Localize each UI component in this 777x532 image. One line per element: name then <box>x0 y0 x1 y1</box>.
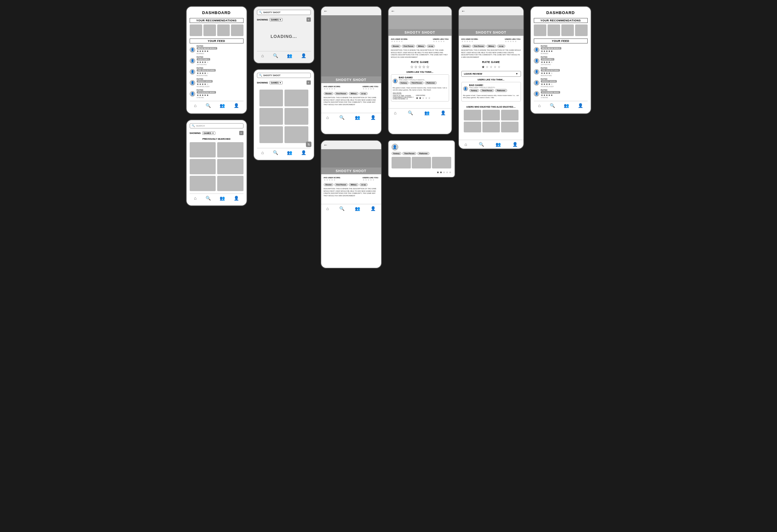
home-icon-l[interactable]: ⌂ <box>261 53 264 58</box>
prev-thumb-4[interactable] <box>217 159 243 174</box>
profile-icon-gdr[interactable]: 👤 <box>441 110 446 115</box>
rec-thumb-r4[interactable] <box>575 24 588 36</box>
game-result-4[interactable] <box>285 108 308 125</box>
friends-icon-lr[interactable]: 👥 <box>495 142 501 147</box>
tag-shooter-r[interactable]: Shooter <box>391 45 401 48</box>
tag-coop-ld[interactable]: co-op <box>359 92 368 95</box>
back-button-loading[interactable]: ← <box>321 7 381 15</box>
feed-item-r1[interactable]: 👤 RATED MEOW MEOW WORLD ★★★★★ BONNIES <box>534 45 588 54</box>
modal-game-2[interactable] <box>412 157 431 168</box>
profile-icon-gd-ld[interactable]: 👤 <box>370 115 376 120</box>
tag-coop-lr[interactable]: co-op <box>497 45 506 48</box>
back-button-lr[interactable]: ← <box>459 7 523 15</box>
rec-thumb-r3[interactable] <box>561 24 574 36</box>
prev-thumb-6[interactable] <box>217 176 243 191</box>
search-icon-gdr[interactable]: 🔍 <box>408 110 413 115</box>
review-card-lr[interactable]: 👤 BAD GAME! THIS USER TYPICALLY ENJOYS..… <box>461 82 521 102</box>
profile-icon-s1[interactable]: 👤 <box>234 196 239 201</box>
search-icon-l[interactable]: 🔍 <box>273 53 278 58</box>
feed-item-r5[interactable]: 👤 RATED ACCOUNTING WARS ★★★★★ SYMONE <box>534 89 588 99</box>
also-enjoyed-6[interactable] <box>501 122 519 132</box>
game-result-1[interactable] <box>259 90 283 106</box>
also-enjoyed-5[interactable] <box>482 122 500 132</box>
modal-game-1[interactable] <box>392 157 411 168</box>
scroll-indicator[interactable]: ⇅ <box>306 142 311 147</box>
search-icon[interactable]: 🔍 <box>206 103 211 108</box>
tag-mil-r[interactable]: Military <box>416 45 426 48</box>
friends-icon-gd-ld[interactable]: 👥 <box>355 115 360 120</box>
tag-shooter-f[interactable]: Shooter <box>324 183 334 186</box>
profile-icon-gd-f[interactable]: 👤 <box>370 206 376 211</box>
rec-thumb-3[interactable] <box>217 24 230 36</box>
showing-select-loading[interactable]: GAMES ▼ <box>269 18 283 21</box>
search-icon-2[interactable]: 🔍 <box>550 103 555 108</box>
tag-coop-f[interactable]: co-op <box>359 183 368 186</box>
search-icon-s2[interactable]: 🔍 <box>273 150 278 155</box>
tag-mil-f[interactable]: Military <box>349 183 358 186</box>
rate-star-lr-3[interactable]: ★ <box>489 65 493 69</box>
home-icon-s2[interactable]: ⌂ <box>261 150 264 155</box>
back-button-full[interactable]: ← <box>321 141 381 149</box>
friends-icon-l[interactable]: 👥 <box>287 53 292 58</box>
game-result-3[interactable] <box>259 108 283 125</box>
modal-game-3[interactable] <box>432 157 451 168</box>
also-enjoyed-1[interactable] <box>464 110 481 120</box>
home-icon-gd-ld[interactable]: ⌂ <box>326 115 329 120</box>
feed-item-2[interactable]: 👤 RATED GUNSTORM 3 ★★★★★ JAFFEDONO <box>190 56 243 65</box>
tag-coop-r[interactable]: co-op <box>427 45 435 48</box>
game-result-5[interactable] <box>259 126 283 143</box>
rec-thumb-4[interactable] <box>231 24 243 36</box>
search-icon-s1[interactable]: 🔍 <box>206 196 211 201</box>
home-icon-lr[interactable]: ⌂ <box>464 142 467 147</box>
feed-item-4[interactable]: 👤 RATED SPOOKY SPOON ★★★★★ HOLMGELAGER <box>190 78 243 88</box>
rate-star-3[interactable]: ☆ <box>418 65 422 69</box>
feed-item-r3[interactable]: 👤 RATED OWL MAN RETURNS ★★★★★ MIZEROFAME <box>534 67 588 77</box>
friends-icon[interactable]: 👥 <box>220 103 225 108</box>
tag-mil-lr[interactable]: Military <box>486 45 496 48</box>
friends-icon-2[interactable]: 👥 <box>564 103 569 108</box>
feed-item-r2[interactable]: 👤 RATED GUNSTORM 3 ★★★★★ JAFFEDONO <box>534 56 588 65</box>
also-enjoyed-3[interactable] <box>501 110 519 120</box>
feed-item-r4[interactable]: 👤 RATED SPOOKY SPOON ★★★★★ HOLMGELAGER <box>534 78 588 88</box>
home-icon-2[interactable]: ⌂ <box>538 103 541 108</box>
filter-btn-2[interactable]: ≡ <box>307 81 311 85</box>
tag-fp-ld[interactable]: First Person <box>334 92 348 95</box>
rate-star-lr-1[interactable]: ★ <box>481 65 485 69</box>
showing-select-1[interactable]: GAMES ▼ <box>202 131 215 135</box>
friends-icon-s1[interactable]: 👥 <box>220 196 225 201</box>
prev-thumb-1[interactable] <box>190 142 216 157</box>
game-result-6[interactable] <box>285 126 308 143</box>
friends-icon-s2[interactable]: 👥 <box>287 150 292 155</box>
tag-shooter-lr[interactable]: Shooter <box>461 45 471 48</box>
prev-thumb-3[interactable] <box>190 159 216 174</box>
rate-star-5[interactable]: ☆ <box>426 65 430 69</box>
tag-mil-ld[interactable]: Military <box>349 92 358 95</box>
rec-thumb-1[interactable] <box>190 24 202 36</box>
feed-item-3[interactable]: 👤 RATED OWL MAN RETURNS ★★★★★ MIZEROFAME <box>190 67 243 77</box>
search-bar-loading[interactable]: 🔍 SHOOTY SHOOT <box>257 10 311 15</box>
profile-icon-2[interactable]: 👤 <box>578 103 583 108</box>
tag-fp-r[interactable]: First Person <box>402 45 415 48</box>
friends-icon-gdr[interactable]: 👥 <box>424 110 430 115</box>
profile-icon[interactable]: 👤 <box>234 103 239 108</box>
review-card-r[interactable]: 👤 BAD GAME! THIS USER TYPICALLY ENJOYS..… <box>391 74 449 102</box>
game-result-2[interactable] <box>285 90 308 106</box>
rate-star-2[interactable]: ☆ <box>414 65 418 69</box>
search-icon-gd-ld[interactable]: 🔍 <box>339 115 344 120</box>
rate-star-4[interactable]: ☆ <box>422 65 426 69</box>
prev-thumb-2[interactable] <box>217 142 243 157</box>
profile-icon-lr[interactable]: 👤 <box>513 142 518 147</box>
also-enjoyed-4[interactable] <box>464 122 481 132</box>
search-icon-lr[interactable]: 🔍 <box>479 142 484 147</box>
search-icon-gd-f[interactable]: 🔍 <box>339 206 344 211</box>
feed-item-1[interactable]: 👤 RATED MEOW MEOW WORLD ★★★★★ BONNIES <box>190 45 243 54</box>
rec-thumb-r2[interactable] <box>548 24 560 36</box>
home-icon[interactable]: ⌂ <box>194 103 196 108</box>
rate-star-1[interactable]: ☆ <box>410 65 414 69</box>
search-bar-2[interactable]: 🔍 SHOOTY SHOOT <box>257 73 311 78</box>
also-enjoyed-2[interactable] <box>482 110 500 120</box>
feed-item-5[interactable]: 👤 RATED ACCOUNTING WARS ★★★★★ SYMONE <box>190 89 243 99</box>
tag-fp-f[interactable]: First Person <box>334 183 348 186</box>
see-more-link-r[interactable]: SEE MORE <box>393 92 447 94</box>
friends-icon-gd-f[interactable]: 👥 <box>355 206 360 211</box>
